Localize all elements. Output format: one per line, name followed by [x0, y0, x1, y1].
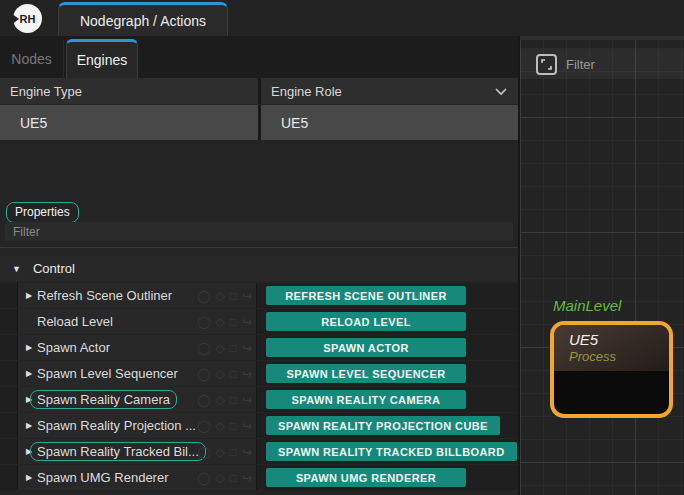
- logo-notch-icon: [11, 13, 19, 25]
- square-icon: □: [230, 289, 237, 303]
- redo-arrow-icon: ↪: [242, 419, 252, 433]
- column-header-engine-role[interactable]: Engine Role: [261, 78, 518, 104]
- action-button[interactable]: REFRESH SCENE OUTLINER: [266, 286, 466, 305]
- main-tab-label: Nodegraph / Actions: [80, 13, 206, 29]
- title-bar: RH Nodegraph / Actions: [0, 0, 684, 36]
- action-label: Refresh Scene Outliner: [37, 288, 172, 303]
- square-icon: □: [230, 315, 237, 329]
- node-group-label: MainLevel: [553, 297, 621, 314]
- tab-nodes[interactable]: Nodes: [0, 40, 64, 78]
- diamond-icon: ◇: [215, 393, 224, 407]
- square-icon: □: [230, 367, 237, 381]
- expand-triangle-icon[interactable]: ▶: [22, 343, 36, 352]
- redo-arrow-icon: ↪: [242, 341, 252, 355]
- row-icons: ◯◇□↪: [197, 465, 252, 490]
- group-header-control[interactable]: ▼ Control: [0, 256, 518, 281]
- diamond-icon: ◇: [215, 289, 224, 303]
- action-button[interactable]: SPAWN UMG RENDERER: [266, 468, 466, 487]
- graph-filter-input[interactable]: [566, 57, 656, 72]
- expand-triangle-icon[interactable]: ▶: [22, 421, 36, 430]
- table-row[interactable]: ▶ Spawn Reality Tracked Bil... ◯◇□↪ SPAW…: [0, 439, 518, 464]
- tab-nodegraph-actions[interactable]: Nodegraph / Actions: [58, 2, 228, 36]
- rh-logo[interactable]: RH: [13, 4, 42, 33]
- column-header-engine-type[interactable]: Engine Type: [0, 78, 258, 104]
- tab-nodes-label: Nodes: [11, 51, 51, 67]
- action-label: Spawn Reality Projection ...: [37, 418, 196, 433]
- tab-engines-label: Engines: [77, 52, 128, 68]
- row-icons: ◯◇□↪: [197, 361, 252, 386]
- action-button[interactable]: SPAWN REALITY CAMERA: [266, 390, 466, 409]
- chevron-down-icon[interactable]: [494, 87, 508, 96]
- diamond-icon: ◇: [215, 471, 224, 485]
- redo-arrow-icon: ↪: [242, 367, 252, 381]
- table-row[interactable]: ▶ Spawn Actor ◯◇□↪ SPAWN ACTOR: [0, 335, 518, 360]
- engine-role-cell[interactable]: UE5: [261, 105, 518, 140]
- row-gutter: [0, 309, 18, 334]
- graph-filter-bar: [520, 49, 684, 79]
- square-icon: □: [230, 445, 237, 459]
- diamond-icon: ◇: [215, 341, 224, 355]
- table-row[interactable]: ▶ Spawn Level Sequencer ◯◇□↪ SPAWN LEVEL…: [0, 361, 518, 386]
- square-icon: □: [230, 471, 237, 485]
- row-gutter: [0, 465, 18, 490]
- row-gutter: [0, 413, 18, 438]
- action-button[interactable]: SPAWN LEVEL SEQUENCER: [266, 364, 466, 383]
- fit-view-button[interactable]: [536, 54, 557, 75]
- circle-icon: ◯: [197, 289, 210, 303]
- engine-table-header: Engine Type Engine Role: [0, 78, 518, 104]
- expand-triangle-icon[interactable]: ▶: [22, 291, 36, 300]
- row-icons: ◯◇□↪: [197, 309, 252, 334]
- collapse-triangle-icon[interactable]: ▼: [12, 264, 21, 274]
- tab-engines[interactable]: Engines: [66, 39, 138, 78]
- diamond-icon: ◇: [215, 419, 224, 433]
- action-button[interactable]: SPAWN REALITY PROJECTION CUBE: [266, 416, 500, 435]
- table-row[interactable]: ▶ Reload Level ◯◇□↪ RELOAD LEVEL: [0, 309, 518, 334]
- expand-triangle-icon[interactable]: ▶: [22, 369, 36, 378]
- action-label: Spawn Reality Camera: [30, 390, 177, 409]
- logo-text: RH: [20, 13, 36, 25]
- action-label: Spawn UMG Renderer: [37, 470, 169, 485]
- ue5-process-node[interactable]: UE5 Process: [550, 321, 673, 418]
- circle-icon: ◯: [197, 419, 210, 433]
- diamond-icon: ◇: [215, 315, 224, 329]
- engine-role-header-label: Engine Role: [271, 84, 342, 99]
- node-title: UE5: [569, 331, 669, 348]
- properties-filter-input[interactable]: [5, 222, 513, 241]
- circle-icon: ◯: [197, 471, 210, 485]
- node-subtitle: Process: [569, 349, 669, 364]
- row-gutter: [0, 439, 18, 464]
- row-gutter: [0, 387, 18, 412]
- table-row[interactable]: ▶ Spawn Reality Camera ◯◇□↪ SPAWN REALIT…: [0, 387, 518, 412]
- circle-icon: ◯: [197, 315, 210, 329]
- engine-type-header-label: Engine Type: [10, 84, 82, 99]
- properties-badge[interactable]: Properties: [6, 202, 79, 223]
- engine-role-value: UE5: [281, 115, 308, 131]
- app-window: RH Nodegraph / Actions Nodes Engines Eng…: [0, 0, 684, 495]
- group-label: Control: [33, 261, 75, 276]
- expand-triangle-icon[interactable]: ▶: [22, 473, 36, 482]
- table-row[interactable]: ▶ Spawn UMG Renderer ◯◇□↪ SPAWN UMG REND…: [0, 465, 518, 490]
- engine-type-cell[interactable]: UE5: [0, 105, 258, 140]
- table-row[interactable]: ▶ Refresh Scene Outliner ◯◇□↪ REFRESH SC…: [0, 283, 518, 308]
- redo-arrow-icon: ↪: [242, 393, 252, 407]
- engine-type-value: UE5: [20, 115, 47, 131]
- table-row[interactable]: UE5 UE5: [0, 105, 518, 140]
- circle-icon: ◯: [197, 341, 210, 355]
- row-icons: ◯◇□↪: [197, 283, 252, 308]
- left-panel: Nodes Engines Engine Type Engine Role UE…: [0, 36, 518, 495]
- action-button[interactable]: RELOAD LEVEL: [266, 312, 466, 331]
- square-icon: □: [230, 393, 237, 407]
- node-header: UE5 Process: [554, 325, 669, 371]
- row-icons: ◯◇□↪: [197, 413, 252, 438]
- row-icons: ◯◇□↪: [197, 335, 252, 360]
- action-label: Spawn Actor: [37, 340, 110, 355]
- action-button[interactable]: SPAWN REALITY TRACKED BILLBOARD: [266, 442, 517, 461]
- action-button[interactable]: SPAWN ACTOR: [266, 338, 466, 357]
- redo-arrow-icon: ↪: [242, 445, 252, 459]
- redo-arrow-icon: ↪: [242, 289, 252, 303]
- nodegraph-canvas[interactable]: MainLevel UE5 Process: [520, 40, 684, 495]
- fit-view-icon: [540, 58, 553, 71]
- row-icons: ◯◇□↪: [197, 439, 252, 464]
- table-row[interactable]: ▶ Spawn Reality Projection ... ◯◇□↪ SPAW…: [0, 413, 518, 438]
- circle-icon: ◯: [197, 393, 210, 407]
